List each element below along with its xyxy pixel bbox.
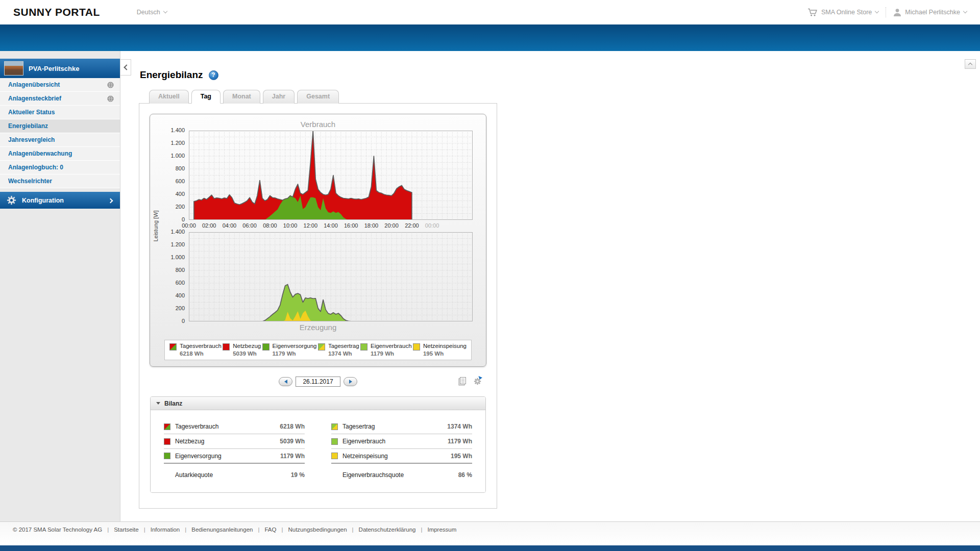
- top-bar: SUNNY PORTAL Deutsch SMA Online Store Mi…: [0, 0, 980, 24]
- next-day-button[interactable]: [344, 377, 357, 386]
- user-menu[interactable]: Michael Perlitschke: [893, 8, 967, 17]
- x-tick-label: 18:00: [364, 222, 379, 229]
- language-selector[interactable]: Deutsch: [137, 9, 167, 16]
- footer-separator: |: [352, 527, 354, 533]
- legend-label: Eigenversorgung: [273, 343, 317, 349]
- sidebar-item-konfiguration[interactable]: Konfiguration: [0, 192, 120, 209]
- tab-gesamt[interactable]: Gesamt: [297, 90, 339, 104]
- footer-separator: |: [258, 527, 259, 533]
- tab-aktuell[interactable]: Aktuell: [149, 90, 189, 104]
- y-tick-label: 200: [176, 305, 185, 311]
- sidebar-item-label: Energiebilanz: [8, 122, 48, 130]
- y-tick-label: 200: [176, 204, 185, 210]
- sidebar-item-anlagenueberwachung[interactable]: Anlagenüberwachung: [0, 147, 120, 161]
- sidebar-menu: AnlagenübersichtAnlagensteckbriefAktuell…: [0, 78, 120, 188]
- bilanz-label: Netzbezug: [175, 438, 204, 445]
- chevron-down-icon: [963, 9, 967, 13]
- legend-text: Eigenverbrauch1179 Wh: [371, 343, 412, 357]
- tab-content: Verbrauch Leistung [W] 1.4001.2001.00080…: [139, 103, 497, 509]
- arrow-right-icon: [349, 380, 352, 384]
- legend-text: Netzbezug5039 Wh: [233, 343, 261, 357]
- legend-label: Eigenverbrauch: [371, 343, 412, 349]
- y-tick-label: 1.000: [170, 153, 185, 159]
- footer-link-startseite[interactable]: Startseite: [114, 527, 139, 533]
- sidebar-item-anlagenuebersicht[interactable]: Anlagenübersicht: [0, 78, 120, 92]
- settings-gear-icon: [472, 376, 483, 386]
- footer-link-datenschutzerklaerung[interactable]: Datenschutzerklärung: [359, 527, 416, 533]
- app-logo[interactable]: SUNNY PORTAL: [13, 6, 100, 18]
- sidebar-item-anlagensteckbrief[interactable]: Anlagensteckbrief: [0, 92, 120, 106]
- cursor-arrow-icon: [478, 376, 482, 380]
- scroll-top-button[interactable]: [965, 59, 976, 69]
- bottom-blue-bar: [0, 545, 980, 551]
- x-tick-label: 06:00: [242, 222, 257, 229]
- tab-jahr[interactable]: Jahr: [263, 90, 295, 104]
- y-axis-ticks-consumption: 1.4001.2001.0008006004002000: [150, 131, 189, 220]
- legend-value: 195 Wh: [423, 350, 467, 357]
- footer-link-impressum[interactable]: Impressum: [427, 527, 456, 533]
- y-tick-label: 0: [182, 216, 185, 222]
- sidebar-item-anlagenlogbuch-0[interactable]: Anlagenlogbuch: 0: [0, 161, 120, 174]
- generation-chart: [189, 232, 473, 321]
- bilanz-swatch: [164, 453, 170, 459]
- collapse-triangle-icon: [156, 402, 160, 405]
- x-tick-label: 16:00: [344, 222, 358, 229]
- sidebar-item-label: Jahresvergleich: [8, 136, 55, 143]
- date-navigation: [150, 372, 486, 391]
- y-tick-label: 1.400: [170, 127, 185, 133]
- y-tick-label: 800: [176, 267, 185, 273]
- footer-link-information[interactable]: Information: [151, 527, 180, 533]
- bilanz-title: Bilanz: [164, 400, 182, 407]
- y-tick-label: 1.200: [170, 140, 185, 146]
- bilanz-value: 1179 Wh: [280, 453, 305, 460]
- footer-link-bedienungsanleitungen[interactable]: Bedienungsanleitungen: [191, 527, 253, 533]
- sidebar-item-energiebilanz[interactable]: Energiebilanz: [0, 119, 120, 133]
- y-tick-label: 400: [176, 191, 185, 197]
- bilanz-swatch: [331, 438, 338, 445]
- chart-title-verbrauch: Verbrauch: [150, 118, 486, 131]
- y-tick-label: 1.400: [170, 229, 185, 235]
- x-tick-label: 08:00: [263, 222, 277, 229]
- collapse-sidebar-button[interactable]: [120, 59, 131, 76]
- sidebar-item-label: Anlagenübersicht: [8, 81, 60, 88]
- bilanz-value: 6218 Wh: [280, 423, 305, 430]
- footer-link-nutzungsbedingungen[interactable]: Nutzungsbedingungen: [288, 527, 347, 533]
- bilanz-value: 1179 Wh: [448, 438, 472, 445]
- bilanz-header[interactable]: Bilanz: [151, 397, 485, 410]
- legend-label: Netzeinspeisung: [423, 343, 467, 349]
- x-tick-label: 00:00: [425, 222, 439, 229]
- legend-text: Netzeinspeisung195 Wh: [423, 343, 467, 357]
- legend-label: Tagesertrag: [328, 343, 359, 349]
- plant-thumbnail: [4, 61, 23, 76]
- tab-tag[interactable]: Tag: [191, 90, 220, 104]
- legend-text: Eigenversorgung1179 Wh: [273, 343, 317, 357]
- sidebar-item-label: Anlagenüberwachung: [8, 150, 72, 157]
- sidebar-item-aktueller-status[interactable]: Aktueller Status: [0, 106, 120, 119]
- autarkiequote-value: 19 %: [291, 471, 305, 479]
- date-input[interactable]: [296, 377, 340, 387]
- legend-value: 1374 Wh: [328, 350, 359, 357]
- arrow-left-icon: [284, 380, 287, 384]
- store-menu[interactable]: SMA Online Store: [807, 8, 878, 17]
- sidebar-item-jahresvergleich[interactable]: Jahresvergleich: [0, 133, 120, 147]
- previous-day-button[interactable]: [279, 377, 292, 386]
- x-axis-ticks: 00:0002:0004:0006:0008:0010:0012:0014:00…: [189, 220, 473, 232]
- legend-text: Tagesverbrauch6218 Wh: [180, 343, 222, 357]
- help-icon[interactable]: ?: [209, 70, 218, 80]
- sidebar-item-label: Anlagensteckbrief: [8, 95, 61, 102]
- plant-header[interactable]: PVA-Perlitschke: [0, 59, 120, 78]
- bilanz-label: Netzeinspeisung: [342, 453, 388, 460]
- chart-settings-button[interactable]: [472, 376, 483, 386]
- export-chart-button[interactable]: [457, 377, 468, 386]
- tab-monat[interactable]: Monat: [223, 90, 260, 104]
- bilanz-label: Eigenverbrauch: [342, 438, 385, 445]
- legend-swatch: [169, 343, 177, 350]
- legend-item: Netzbezug5039 Wh: [223, 343, 261, 357]
- x-tick-label: 22:00: [405, 222, 419, 229]
- bilanz-panel: Bilanz Tagesverbrauch6218 WhNetzbezug503…: [150, 396, 486, 493]
- sidebar-item-wechselrichter[interactable]: Wechselrichter: [0, 174, 120, 188]
- footer-link-faq[interactable]: FAQ: [264, 527, 276, 533]
- sidebar: PVA-Perlitschke AnlagenübersichtAnlagens…: [0, 51, 120, 521]
- legend-swatch: [360, 343, 368, 350]
- x-tick-label: 04:00: [223, 222, 237, 229]
